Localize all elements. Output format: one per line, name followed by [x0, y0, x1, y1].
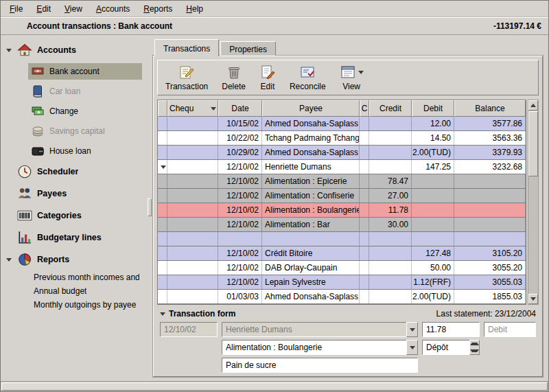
sidebar-item-label: House loan — [49, 146, 91, 156]
toolbar-button-label: Edit — [261, 82, 275, 91]
scroll-up-button[interactable] — [528, 100, 538, 111]
column-header-debit[interactable]: Debit — [412, 100, 454, 117]
sort-arrow-icon[interactable] — [211, 107, 216, 111]
column-header-credit[interactable]: Credit — [369, 100, 412, 117]
column-header-balance[interactable]: Balance — [454, 100, 526, 117]
column-header-label: Date — [231, 104, 248, 113]
toolbar-delete-button[interactable]: Delete — [217, 62, 250, 93]
transaction-row[interactable] — [158, 232, 526, 246]
table-header: ChequDatePayeeCCreditDebitBalance — [158, 100, 526, 117]
type-field[interactable] — [484, 322, 536, 337]
stepper-down-button[interactable] — [470, 347, 479, 354]
sidebar-item-scheduler[interactable]: Scheduler — [3, 161, 146, 183]
sidebar-item-previous-month-incomes-and[interactable]: Previous month incomes and — [3, 270, 146, 284]
transaction-row[interactable]: 10/22/02Tchang Padmaing Tchang S14.50356… — [158, 131, 526, 146]
sidebar-item-bank-account[interactable]: Bank account — [3, 61, 146, 81]
sidebar-tree: AccountsBank accountCar loanChangeSaving… — [3, 39, 146, 312]
transaction-row[interactable]: 12/10/02Alimentation : Boulangerie11.78 — [158, 203, 526, 218]
sidebar-item-accounts[interactable]: Accounts — [3, 39, 146, 61]
menu-view[interactable]: View — [58, 2, 89, 16]
notes-field[interactable] — [222, 358, 418, 373]
payee-field[interactable] — [222, 322, 406, 337]
tab-bar: TransactionsProperties — [153, 39, 543, 56]
column-header-label: Credit — [379, 104, 401, 113]
sidebar-item-monthly-outgoings-by-payee[interactable]: Monthly outgoings by payee — [3, 298, 146, 312]
sidebar-item-budgetary-lines[interactable]: Budgetary lines — [3, 227, 146, 249]
tab-properties[interactable]: Properties — [220, 41, 276, 56]
column-header-cheque[interactable]: Chequ — [167, 100, 218, 117]
sidebar-item-label: Savings capital — [49, 126, 105, 136]
category-field[interactable] — [222, 340, 406, 355]
cell-debit — [412, 232, 454, 246]
column-header-label: Payee — [299, 104, 323, 113]
tab-transactions[interactable]: Transactions — [154, 39, 219, 56]
transaction-row[interactable]: 10/29/02Ahmed Donsaha-Saplass2.00(TUD)33… — [158, 146, 526, 160]
payee-dropdown-button[interactable] — [406, 322, 418, 337]
scrollbar-trough[interactable] — [528, 111, 538, 294]
transaction-row[interactable]: 12/10/02Alimentation : Bar30.00 — [158, 218, 526, 232]
method-stepper[interactable] — [469, 340, 480, 355]
sidebar-item-annual-budget[interactable]: Annual budget — [3, 284, 146, 298]
transaction-row[interactable]: 12/10/02Lepain Sylvestre1.12(FRF)3055.03 — [158, 275, 526, 290]
amount-field[interactable] — [422, 322, 480, 337]
cell-cheque — [167, 246, 218, 260]
toolbar-view-button[interactable]: View — [335, 62, 369, 93]
cell-balance: 3577.86 — [454, 117, 526, 130]
sidebar-item-label: Change — [49, 106, 78, 116]
horizontal-scrollbar[interactable] — [1, 381, 548, 391]
column-header-expander[interactable] — [158, 100, 167, 117]
menu-accounts[interactable]: Accounts — [90, 2, 136, 16]
transaction-row[interactable]: 01/03/03Ahmed Donsaha-Saplass2.00(TUD)18… — [158, 290, 526, 304]
expander-icon[interactable] — [6, 49, 12, 52]
column-header-payee[interactable]: Payee — [262, 100, 360, 117]
cell-credit: 30.00 — [369, 218, 412, 231]
menu-reports[interactable]: Reports — [137, 2, 178, 16]
paned-separator[interactable] — [146, 35, 153, 381]
method-field[interactable] — [422, 340, 469, 355]
cell-debit: 50.00 — [412, 261, 454, 275]
form-expander-icon[interactable] — [160, 312, 165, 316]
dropdown-arrow-icon[interactable] — [358, 71, 364, 74]
menu-help[interactable]: Help — [180, 2, 209, 16]
transaction-form-toggle[interactable]: Transaction form — [160, 309, 235, 319]
transaction-form — [157, 321, 539, 373]
menu-file[interactable]: File — [3, 2, 29, 16]
payee-combo — [222, 322, 418, 337]
sidebar-item-categories[interactable]: Categories — [3, 205, 146, 227]
column-header-c[interactable]: C — [360, 100, 369, 117]
transaction-row[interactable]: 10/15/02Ahmed Donsaha-Saplass12.003577.8… — [158, 117, 526, 131]
transaction-row[interactable]: 12/10/02Crédit Bitoire127.483105.20 — [158, 246, 526, 261]
date-field[interactable] — [160, 322, 218, 337]
cell-credit — [369, 246, 412, 260]
column-header-date[interactable]: Date — [218, 100, 262, 117]
sidebar-item-savings-capital[interactable]: Savings capital — [3, 121, 146, 141]
sidebar-item-car-loan[interactable]: Car loan — [3, 81, 146, 101]
stepper-up-button[interactable] — [470, 341, 479, 347]
horizontal-scrollbar-thumb[interactable] — [1, 382, 548, 391]
toolbar-transaction-button[interactable]: Transaction — [161, 62, 213, 93]
sidebar-item-payees[interactable]: Payees — [3, 183, 146, 205]
table-body: 10/15/02Ahmed Donsaha-Saplass12.003577.8… — [158, 117, 526, 304]
scroll-down-button[interactable] — [528, 294, 538, 304]
sidebar-item-reports[interactable]: Reports — [3, 249, 146, 270]
cell-debit — [412, 218, 454, 231]
scrollbar-thumb[interactable] — [528, 111, 538, 176]
paned-grip-handle[interactable] — [148, 198, 152, 216]
transaction-row[interactable]: 12/10/02Alimentation : Epicerie78.47 — [158, 174, 526, 189]
cell-cheque — [167, 232, 218, 246]
toolbar-edit-button[interactable]: Edit — [255, 62, 281, 93]
transaction-row[interactable]: 12/10/02DAB Orlay-Caupain50.003055.20 — [158, 261, 526, 275]
toolbar-reconcile-button[interactable]: Reconcile — [285, 62, 331, 93]
menu-edit[interactable]: Edit — [30, 2, 57, 16]
transaction-icon — [178, 64, 195, 80]
row-expander-icon[interactable] — [161, 165, 166, 169]
transaction-row[interactable]: 12/10/02Henriette Dumans147.253232.68 — [158, 160, 526, 174]
category-dropdown-button[interactable] — [406, 340, 418, 355]
cell-balance: 3055.20 — [454, 261, 526, 275]
sidebar-item-change[interactable]: Change — [3, 101, 146, 121]
transaction-row[interactable]: 12/10/02Alimentation : Confiserie27.00 — [158, 189, 526, 203]
expander-icon[interactable] — [6, 258, 12, 262]
table-scrollbar[interactable] — [528, 100, 539, 305]
wallet-icon — [31, 144, 45, 158]
sidebar-item-house-loan[interactable]: House loan — [3, 141, 146, 161]
